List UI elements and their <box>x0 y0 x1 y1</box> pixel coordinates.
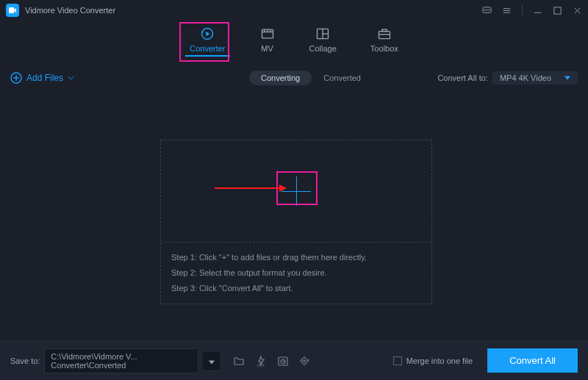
save-to-label: Save to: <box>10 356 40 365</box>
close-button[interactable] <box>573 6 582 15</box>
open-folder-icon[interactable] <box>233 355 245 367</box>
dropzone-steps: Step 1: Click "+" to add files or drag t… <box>161 243 431 304</box>
selected-format: MP4 4K Video <box>500 74 551 82</box>
dropzone[interactable]: Step 1: Click "+" to add files or drag t… <box>160 140 432 304</box>
save-path-dropdown[interactable] <box>203 351 221 371</box>
svg-point-3 <box>487 10 487 10</box>
segment-converted[interactable]: Converted <box>312 71 373 85</box>
app-title: Vidmore Video Converter <box>25 6 115 15</box>
tab-converter[interactable]: Converter <box>190 25 225 53</box>
tab-toolbox[interactable]: Toolbox <box>370 25 398 62</box>
svg-point-34 <box>304 359 305 361</box>
settings-icon[interactable] <box>299 355 311 367</box>
minimize-button[interactable] <box>533 6 542 15</box>
menu-icon[interactable] <box>502 6 512 15</box>
convert-all-button[interactable]: Convert All <box>487 348 578 373</box>
maximize-button[interactable] <box>553 6 562 15</box>
svg-point-2 <box>484 10 485 10</box>
tab-collage[interactable]: Collage <box>309 25 337 62</box>
titlebar: Vidmore Video Converter <box>0 0 588 21</box>
hardware-accel-icon[interactable]: OFF <box>255 355 267 367</box>
app-logo-icon <box>6 4 19 17</box>
output-format-dropdown[interactable]: MP4 4K Video <box>492 71 578 85</box>
step-2: Step 2: Select the output format you des… <box>171 265 421 281</box>
main-tabs: Converter MV Collage Toolbox <box>0 25 588 62</box>
merge-label: Merge into one file <box>406 356 473 365</box>
tab-label: Toolbox <box>370 44 398 53</box>
tab-label: Collage <box>309 44 337 53</box>
svg-rect-0 <box>9 7 14 13</box>
toolbar: Add Files Converting Converted Convert A… <box>0 68 588 88</box>
checkbox-icon <box>393 356 402 365</box>
svg-rect-22 <box>381 29 387 32</box>
main-area: Step 1: Click "+" to add files or drag t… <box>0 88 588 319</box>
convert-all-to-label: Convert All to: <box>437 74 487 82</box>
step-1: Step 1: Click "+" to add files or drag t… <box>171 250 421 265</box>
svg-point-33 <box>301 358 307 364</box>
step-3: Step 3: Click "Convert All" to start. <box>171 281 421 296</box>
svg-text:OFF: OFF <box>257 363 265 367</box>
dropzone-top <box>161 140 431 243</box>
svg-point-4 <box>489 10 490 10</box>
tab-label: Converter <box>190 44 225 53</box>
bottom-bar: Save to: C:\Vidmore\Vidmore V... Convert… <box>0 340 588 380</box>
task-schedule-icon[interactable] <box>277 355 289 367</box>
merge-checkbox[interactable]: Merge into one file <box>393 356 473 365</box>
add-files-button[interactable]: Add Files <box>10 72 74 84</box>
tab-mv[interactable]: MV <box>259 25 276 62</box>
svg-rect-21 <box>379 32 390 39</box>
segment-converting[interactable]: Converting <box>249 71 312 85</box>
divider <box>522 5 523 15</box>
svg-rect-9 <box>554 7 561 13</box>
save-path-input[interactable]: C:\Vidmore\Vidmore V... Converter\Conver… <box>44 348 198 373</box>
comment-icon[interactable] <box>482 6 492 15</box>
annotation-arrow-icon <box>215 182 288 196</box>
add-files-label: Add Files <box>26 73 63 83</box>
tab-label: MV <box>261 44 273 53</box>
converting-converted-segment: Converting Converted <box>249 71 373 85</box>
